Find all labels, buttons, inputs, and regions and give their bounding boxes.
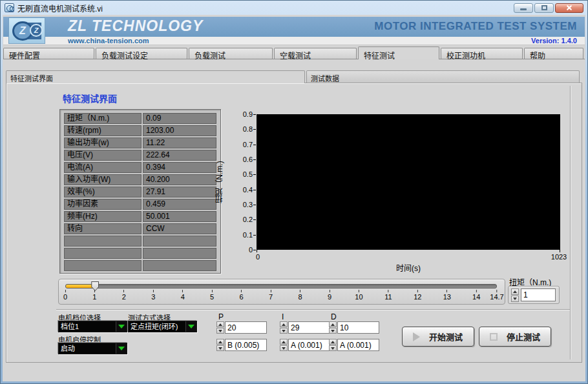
close-button[interactable] — [555, 3, 583, 13]
close-icon — [566, 5, 572, 11]
play-icon — [413, 332, 420, 341]
start-test-button[interactable]: 开始测试 — [402, 327, 474, 347]
spin-up-button[interactable] — [216, 339, 224, 345]
x-tick-mark — [257, 250, 257, 252]
vertical-divider — [570, 86, 571, 359]
pid-d-sub-input[interactable] — [337, 339, 379, 351]
slider-tick: 1 — [92, 290, 96, 301]
cell-value: 0.459 — [143, 199, 216, 210]
slider-tick-label: 7 — [269, 293, 273, 301]
spin-up-button[interactable] — [280, 339, 288, 345]
torque-chart-plot-area: 扭矩（N.m.) 0.9 0.8 0.7 0.6 0.5 0.4 0.3 0.2… — [257, 114, 560, 250]
mode-select[interactable]: 定点扭矩(闭环) — [128, 321, 197, 332]
website-link[interactable]: www.china-tension.com — [68, 37, 149, 45]
slider-fill — [66, 285, 95, 288]
pid-d-input[interactable] — [337, 321, 379, 334]
down-arrow-icon — [218, 330, 222, 332]
horizontal-divider — [56, 309, 570, 310]
slider-tick-label: 5 — [210, 293, 214, 301]
slider-tick-label: 14.7 — [490, 293, 503, 301]
cell-value: 27.91 — [143, 187, 216, 197]
spin-up-button[interactable] — [280, 321, 288, 327]
slider-tick: 12 — [414, 290, 421, 301]
pid-i-sub-input[interactable] — [288, 339, 330, 351]
up-arrow-icon — [331, 323, 335, 326]
slider-tick: 11 — [384, 290, 392, 301]
pid-p-sub-input[interactable] — [225, 339, 267, 351]
table-row: 输出功率(w)11.22 — [64, 137, 216, 148]
cell-label: 转向 — [64, 223, 142, 234]
spin-up-button[interactable] — [511, 288, 519, 295]
up-arrow-icon — [282, 323, 286, 326]
startstop-select-button[interactable] — [116, 343, 127, 354]
spin-down-button[interactable] — [216, 345, 224, 351]
cell-value: 222.64 — [143, 150, 216, 161]
tab-load-test[interactable]: 负载测试 — [189, 48, 273, 59]
maximize-button[interactable] — [534, 3, 554, 13]
pid-i-input[interactable] — [288, 321, 330, 334]
slider-tick-label: 9 — [328, 293, 331, 301]
tab-help[interactable]: 帮助 — [524, 48, 583, 59]
measurement-table: 扭矩（N.m.)0.09 转速(rpm)1203.00 输出功率(w)11.22… — [59, 109, 221, 274]
spin-down-button[interactable] — [280, 328, 288, 334]
table-row: 扭矩（N.m.)0.09 — [64, 113, 216, 124]
spin-down-button[interactable] — [280, 345, 288, 351]
titlebar[interactable]: 无刷直流电机测试系统.vi — [1, 1, 587, 15]
cell-label: 频率(Hz) — [64, 211, 142, 222]
pid-i-spinner — [280, 321, 330, 334]
logo-circle-small: Z — [30, 24, 43, 37]
slider-tick: 14 — [472, 290, 480, 301]
gear-select[interactable]: 档位1 — [58, 321, 127, 332]
spin-down-button[interactable] — [216, 328, 224, 334]
spin-down-button[interactable] — [329, 345, 337, 351]
up-arrow-icon — [513, 290, 517, 293]
y-tick-label: 0.4 — [229, 186, 253, 194]
slider-tick: 7 — [269, 290, 273, 301]
table-row: 转速(rpm)1203.00 — [64, 125, 216, 136]
stop-test-button[interactable]: 停止测试 — [479, 327, 551, 347]
spin-up-button[interactable] — [329, 321, 337, 327]
subtab-characteristic-ui[interactable]: 特征测试界面 — [6, 70, 305, 83]
slider-track[interactable] — [65, 284, 497, 288]
slider-tick-label: 0 — [63, 293, 67, 301]
slider-tick: 14.7 — [490, 290, 503, 301]
table-row — [64, 236, 216, 247]
mode-select-button[interactable] — [185, 321, 196, 332]
y-tick-mark — [253, 205, 256, 205]
spin-down-button[interactable] — [511, 296, 519, 302]
down-arrow-icon — [331, 330, 335, 332]
spin-down-button[interactable] — [329, 328, 337, 334]
cell-label: 电压(V) — [64, 150, 142, 161]
slider-tick-label: 6 — [240, 293, 244, 301]
tab-no-load-test[interactable]: 空载测试 — [274, 48, 357, 59]
y-tick-mark — [253, 174, 256, 175]
table-row: 电流(A)0.394 — [64, 162, 216, 173]
table-row: 输入功率(W)40.200 — [64, 174, 216, 185]
spin-up-button[interactable] — [216, 321, 224, 327]
tab-characteristic-test[interactable]: 特征测试 — [358, 46, 439, 59]
minimize-button[interactable] — [514, 3, 533, 13]
cell-label: 功率因素 — [64, 199, 142, 210]
table-row: 功率因素0.459 — [64, 199, 216, 210]
table-row: 效率(%)27.91 — [64, 187, 216, 197]
spin-up-button[interactable] — [329, 339, 337, 345]
y-tick-mark — [253, 145, 256, 145]
tab-dynamometer-calibration[interactable]: 校正测功机 — [441, 48, 523, 59]
table-row — [64, 260, 216, 271]
pid-p-input[interactable] — [225, 321, 267, 334]
tab-hardware-config[interactable]: 硬件配置 — [3, 48, 94, 59]
slider-tick-label: 1 — [92, 293, 96, 301]
gear-select-button[interactable] — [116, 321, 127, 332]
startstop-select[interactable]: 启动 — [58, 343, 127, 354]
y-tick-label: 0.7 — [229, 141, 253, 148]
pid-p-label: P — [218, 312, 224, 321]
slider-tick: 9 — [328, 290, 331, 301]
client-area: Z Z ZL TECHNOLOGY MOTOR INTEGRATED TEST … — [3, 15, 585, 381]
x-tick-label: 0 — [256, 253, 260, 261]
torque-setpoint-input[interactable] — [521, 288, 556, 301]
torque-setpoint-spinner — [508, 286, 560, 304]
slider-tick-label: 12 — [414, 293, 421, 301]
y-tick-mark — [253, 219, 256, 220]
subtab-test-data[interactable]: 测试数据 — [306, 70, 580, 83]
tab-load-test-setup[interactable]: 负载测试设定 — [96, 48, 187, 59]
